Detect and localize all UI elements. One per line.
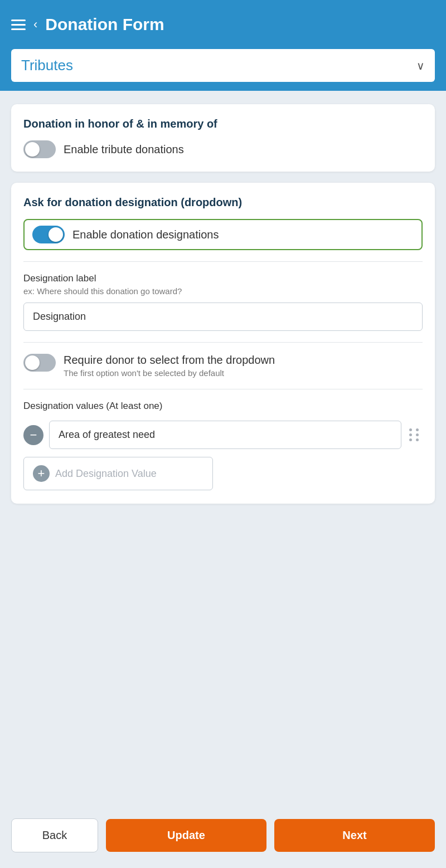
tribute-toggle-row: Enable tribute donations (23, 140, 423, 158)
enable-designation-label: Enable donation designations (72, 228, 219, 241)
require-toggle-label: Require donor to select from the dropdow… (64, 354, 275, 367)
designation-field-hint: ex: Where should this donation go toward… (23, 286, 423, 296)
designation-card-title: Ask for donation designation (dropdown) (23, 196, 423, 209)
enable-designation-toggle[interactable] (32, 226, 65, 243)
require-toggle-text-group: Require donor to select from the dropdow… (64, 354, 275, 378)
app-header: ‹ Donation Form (0, 0, 446, 49)
back-icon[interactable]: ‹ (33, 18, 37, 31)
tribute-card: Donation in honor of & in memory of Enab… (11, 104, 435, 172)
designation-card: Ask for donation designation (dropdown) … (11, 183, 435, 504)
designation-label-group: Designation label ex: Where should this … (23, 273, 423, 331)
update-button[interactable]: Update (106, 819, 266, 852)
back-button[interactable]: Back (11, 818, 98, 852)
require-toggle-sub-label: The first option won't be selected by de… (64, 368, 275, 378)
main-content: Donation in honor of & in memory of Enab… (0, 91, 446, 807)
chevron-down-icon: ∨ (416, 59, 425, 72)
remove-designation-button[interactable]: − (23, 425, 43, 445)
add-designation-button[interactable]: + Add Designation Value (23, 457, 213, 490)
footer: Back Update Next (0, 807, 446, 868)
designation-label-input[interactable] (23, 303, 423, 331)
enable-designation-toggle-row: Enable donation designations (23, 219, 423, 250)
divider-3 (23, 389, 423, 389)
section-dropdown[interactable]: Tributes ∨ (11, 49, 435, 82)
designation-values-label: Designation values (At least one) (23, 401, 423, 412)
tribute-toggle[interactable] (23, 140, 56, 158)
require-dropdown-toggle[interactable] (23, 354, 56, 372)
require-toggle-row: Require donor to select from the dropdow… (23, 354, 423, 378)
designation-value-row: − (23, 421, 423, 449)
designation-value-input[interactable] (49, 421, 401, 449)
tribute-toggle-label: Enable tribute donations (64, 143, 184, 156)
designation-field-label: Designation label (23, 273, 423, 284)
page-title: Donation Form (45, 15, 164, 34)
drag-handle-icon[interactable] (407, 426, 423, 443)
add-icon: + (33, 465, 50, 482)
menu-icon[interactable] (11, 19, 26, 30)
divider-2 (23, 342, 423, 343)
section-dropdown-label: Tributes (21, 57, 73, 74)
section-dropdown-bar: Tributes ∨ (0, 49, 446, 91)
divider-1 (23, 261, 423, 262)
add-designation-label: Add Designation Value (55, 468, 157, 480)
next-button[interactable]: Next (274, 819, 435, 852)
tribute-card-title: Donation in honor of & in memory of (23, 118, 423, 130)
